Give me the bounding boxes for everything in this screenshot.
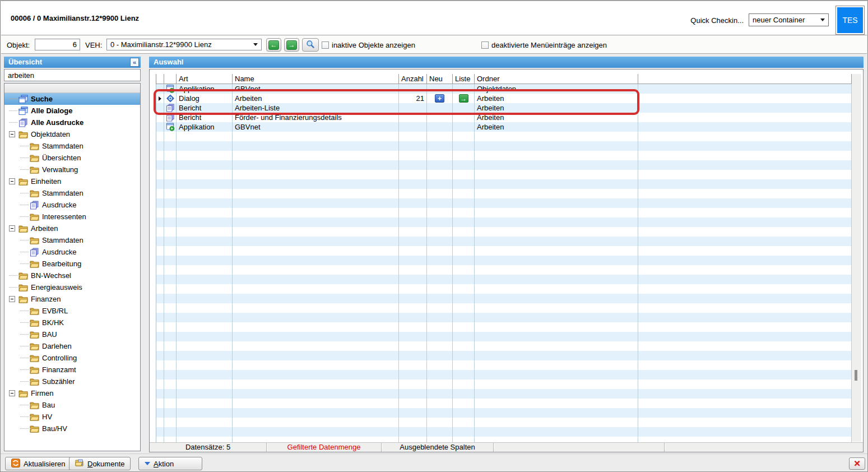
status-empty-segment xyxy=(665,443,863,452)
table-cell xyxy=(164,427,177,437)
previous-object-button[interactable]: ← xyxy=(266,38,281,52)
tree-expander-icon[interactable] xyxy=(9,178,15,184)
next-object-button[interactable]: → xyxy=(284,38,299,52)
sidebar-item-bearbeitung[interactable]: Bearbeitung xyxy=(4,258,140,270)
sidebar-item-alle-dialoge[interactable]: Alle Dialoge xyxy=(4,105,140,117)
sidebar-item-bersichten[interactable]: Übersichten xyxy=(4,152,140,164)
table-cell xyxy=(427,351,453,360)
table-cell xyxy=(638,389,852,399)
table-cell xyxy=(233,151,399,160)
table-cell xyxy=(638,256,852,265)
table-cell xyxy=(453,351,475,360)
table-cell xyxy=(475,284,638,294)
close-button[interactable]: ✕ xyxy=(849,457,865,470)
sidebar-item-energieausweis[interactable]: Energieausweis xyxy=(4,281,140,293)
sidebar-item-alle-ausdrucke[interactable]: Alle Ausdrucke xyxy=(4,117,140,128)
table-cell xyxy=(453,380,475,389)
table-cell xyxy=(156,360,164,370)
table-cell xyxy=(638,275,852,284)
liste-arrow-button[interactable]: → xyxy=(459,94,468,103)
sidebar-item-bn-wechsel[interactable]: BN-Wechsel xyxy=(4,270,140,281)
table-cell xyxy=(177,351,233,360)
table-cell: → xyxy=(453,94,475,103)
aktualisieren-button[interactable]: Aktualisieren xyxy=(5,457,71,470)
table-cell xyxy=(164,332,177,341)
table-cell xyxy=(399,275,427,284)
tree-connector xyxy=(9,122,17,123)
sidebar-item-objektdaten[interactable]: Objektdaten xyxy=(4,128,140,140)
report-icon xyxy=(18,118,28,127)
sidebar-item-darlehen[interactable]: Darlehen xyxy=(4,340,140,352)
column-header-ordner[interactable]: Ordner xyxy=(475,74,638,84)
collapse-sidebar-icon[interactable]: « xyxy=(130,58,139,67)
column-header-neu[interactable]: Neu xyxy=(427,74,453,84)
sidebar-item-arbeiten[interactable]: Arbeiten xyxy=(4,223,140,234)
sidebar-item-bk-hk[interactable]: BK/HK xyxy=(4,317,140,328)
table-cell xyxy=(164,360,177,370)
column-header-name[interactable]: Name xyxy=(233,74,399,84)
scrollbar-thumb[interactable] xyxy=(855,370,857,381)
table-cell xyxy=(177,132,233,141)
sidebar-item-bau-hv[interactable]: Bau/HV xyxy=(4,423,140,434)
status-filtered-data[interactable]: Gefilterte Datenmenge xyxy=(267,443,382,452)
table-row-arbeiten-liste[interactable]: BerichtArbeiten-ListeArbeiten xyxy=(156,103,852,113)
sidebar-item-subz-hler[interactable]: Subzähler xyxy=(4,376,140,387)
inactive-objects-checkbox[interactable] xyxy=(322,41,329,49)
quick-checkin-select[interactable]: neuer Container xyxy=(749,13,829,26)
tes-button[interactable]: TES xyxy=(835,6,865,35)
sidebar-item-interessenten[interactable]: Interessenten xyxy=(4,211,140,223)
table-cell xyxy=(427,198,453,208)
dokumente-button[interactable]: Dokumente xyxy=(69,457,131,470)
sidebar-item-stammdaten[interactable]: Stammdaten xyxy=(4,234,140,246)
table-cell xyxy=(399,237,427,246)
sidebar-item-bau[interactable]: Bau xyxy=(4,399,140,411)
search-object-button[interactable] xyxy=(302,38,319,52)
table-row-gbvnet[interactable]: ApplikationGBVnetObjektdaten xyxy=(156,84,852,94)
table-row-f-rder-und-finanzierungsdetails[interactable]: BerichtFörder- und FinanzierungsdetailsA… xyxy=(156,113,852,122)
sidebar-item-ausdrucke[interactable]: Ausdrucke xyxy=(4,199,140,211)
tree-expander-icon[interactable] xyxy=(9,131,15,137)
tree-expander-icon[interactable] xyxy=(9,390,15,396)
sidebar-item-evb-rl[interactable]: EVB/RL xyxy=(4,305,140,317)
veh-select[interactable]: 0 - Maximilianstr.12*9900 Lienz xyxy=(106,39,262,50)
sidebar-item-firmen[interactable]: Firmen xyxy=(4,387,140,399)
table-row-arbeiten[interactable]: DialogArbeiten21+→Arbeiten xyxy=(156,94,852,103)
sidebar-item-hv[interactable]: HV xyxy=(4,411,140,423)
tree-expander-icon[interactable] xyxy=(9,296,15,302)
table-cell xyxy=(164,294,177,303)
vertical-scrollbar[interactable] xyxy=(852,74,861,442)
table-cell xyxy=(427,313,453,322)
neu-plus-button[interactable]: + xyxy=(435,94,444,103)
objekt-input[interactable] xyxy=(35,39,80,50)
status-hidden-columns[interactable]: Ausgeblendete Spalten xyxy=(382,443,494,452)
sidebar-item-stammdaten[interactable]: Stammdaten xyxy=(4,140,140,152)
sidebar-item-suche[interactable]: Suche xyxy=(4,93,140,105)
table-cell xyxy=(164,408,177,418)
table-row-gbvnet[interactable]: ApplikationGBVnetArbeiten xyxy=(156,122,852,132)
sidebar-item-finanzamt[interactable]: Finanzamt xyxy=(4,364,140,376)
aktion-button[interactable]: Aktion xyxy=(138,457,202,470)
table-cell xyxy=(475,360,638,370)
sidebar-search-input[interactable] xyxy=(4,69,141,81)
column-header-liste[interactable]: Liste xyxy=(453,74,475,84)
disabled-menu-checkbox[interactable] xyxy=(481,41,489,49)
table-cell xyxy=(164,84,177,94)
table-cell xyxy=(638,198,852,208)
table-cell xyxy=(475,313,638,322)
sidebar-item-einheiten[interactable]: Einheiten xyxy=(4,175,140,187)
sidebar-item-ausdrucke[interactable]: Ausdrucke xyxy=(4,246,140,258)
table-cell xyxy=(156,380,164,389)
column-header-art[interactable]: Art xyxy=(177,74,233,84)
sidebar-item-stammdaten[interactable]: Stammdaten xyxy=(4,187,140,199)
column-header-anzahl[interactable]: Anzahl xyxy=(399,74,427,84)
sidebar-item-bau[interactable]: BAU xyxy=(4,328,140,340)
sidebar-item-controlling[interactable]: Controlling xyxy=(4,352,140,364)
sidebar-item-verwaltung[interactable]: Verwaltung xyxy=(4,164,140,175)
table-cell xyxy=(233,256,399,265)
table-cell xyxy=(164,103,177,113)
tree-expander-icon[interactable] xyxy=(9,225,15,232)
sidebar-item-finanzen[interactable]: Finanzen xyxy=(4,293,140,305)
table-cell xyxy=(475,208,638,218)
table-cell xyxy=(399,303,427,313)
table-cell xyxy=(164,256,177,265)
